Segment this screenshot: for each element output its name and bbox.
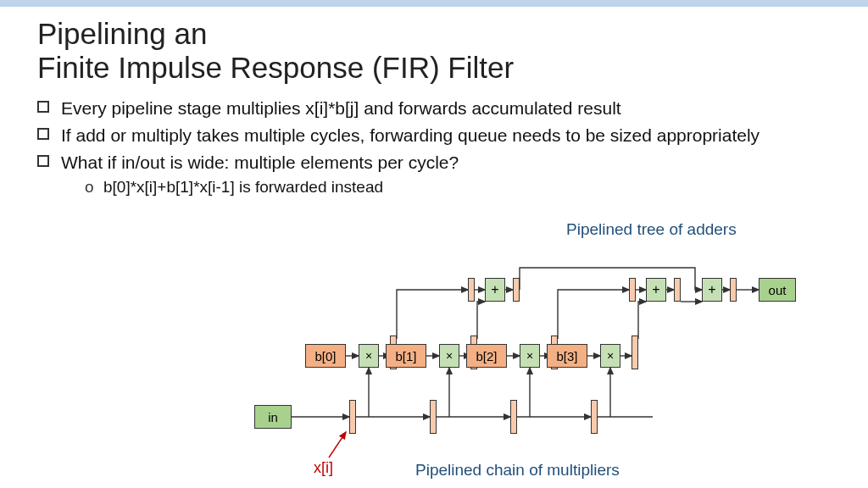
multiplier: × [600, 344, 620, 368]
pipeline-register [468, 278, 475, 302]
bullet-1: Every pipeline stage multiplies x[i]*b[j… [37, 97, 831, 119]
bullet-3: What if in/out is wide: multiple element… [37, 152, 831, 197]
fir-diagram: in b[0] × b[1] × b[2] × b[3] × + + + out [254, 254, 848, 474]
sub-bullet-list: b[0]*x[i]+b[1]*x[i-1] is forwarded inste… [61, 177, 831, 197]
sub-bullet-1: b[0]*x[i]+b[1]*x[i-1] is forwarded inste… [61, 177, 831, 197]
out-port: out [759, 278, 796, 302]
coef-b2: b[2] [466, 344, 507, 368]
slide-content: Pipelining an Finite Impulse Response (F… [0, 7, 868, 197]
bullet-3-text: What if in/out is wide: multiple element… [61, 152, 459, 172]
coef-b3: b[3] [547, 344, 587, 368]
pipeline-register [430, 400, 437, 434]
pipeline-register [674, 278, 681, 302]
pipeline-register [510, 400, 517, 434]
pipeline-register [591, 400, 598, 434]
multiplier: × [520, 344, 540, 368]
coef-b1: b[1] [386, 344, 426, 368]
pipeline-register [349, 400, 356, 434]
title-line-2: Finite Impulse Response (FIR) Filter [37, 51, 514, 84]
slide-title: Pipelining an Finite Impulse Response (F… [37, 17, 831, 86]
pipeline-register [730, 278, 737, 302]
title-line-1: Pipelining an [37, 17, 207, 50]
pipeline-register [513, 278, 520, 302]
pipeline-register [629, 278, 636, 302]
adder: + [702, 278, 722, 302]
annotation-adders: Pipelined tree of adders [566, 220, 737, 239]
bullet-2: If add or multiply takes multiple cycles… [37, 125, 831, 147]
coef-b0: b[0] [305, 344, 346, 368]
bullet-list: Every pipeline stage multiplies x[i]*b[j… [37, 97, 831, 198]
top-accent-bar [0, 0, 868, 7]
multiplier: × [439, 344, 459, 368]
in-port: in [254, 405, 292, 429]
adder: + [646, 278, 666, 302]
adder: + [485, 278, 505, 302]
multiplier: × [359, 344, 379, 368]
pipeline-register [632, 336, 638, 369]
